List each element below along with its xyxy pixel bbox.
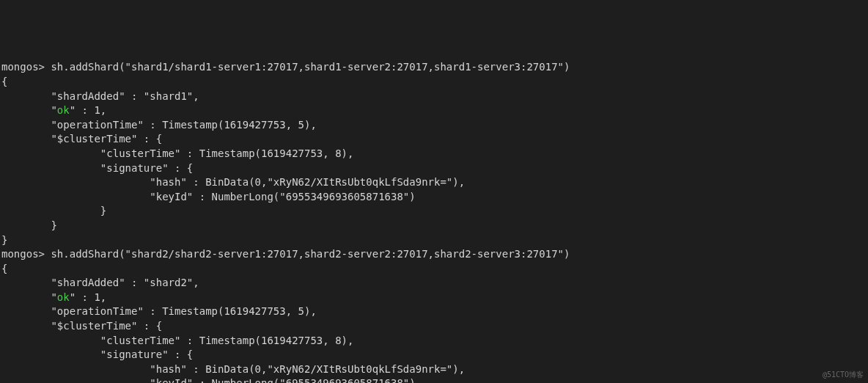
- terminal-line: "signature" : {: [1, 161, 867, 176]
- terminal-line: "signature" : {: [1, 348, 867, 362]
- terminal-line: mongos> sh.addShard("shard1/shard1-serve…: [1, 60, 867, 75]
- terminal-line: "keyId" : NumberLong("695534969360587163…: [1, 376, 867, 383]
- terminal-line: {: [1, 262, 867, 277]
- ok-key: ok: [57, 104, 70, 116]
- terminal-line: "shardAdded" : "shard1",: [1, 90, 867, 104]
- line-prefix: ": [1, 291, 57, 303]
- line-suffix: " : 1,: [70, 104, 107, 116]
- terminal-line: "operationTime" : Timestamp(1619427753, …: [1, 304, 867, 319]
- terminal-line: }: [1, 233, 867, 248]
- terminal-line: }: [1, 204, 867, 219]
- terminal-line: {: [1, 75, 867, 90]
- terminal-output[interactable]: mongos> sh.addShard("shard1/shard1-serve…: [0, 57, 868, 383]
- terminal-line: "clusterTime" : Timestamp(1619427753, 8)…: [1, 147, 867, 161]
- terminal-line: mongos> sh.addShard("shard2/shard2-serve…: [1, 247, 867, 262]
- terminal-line: "clusterTime" : Timestamp(1619427753, 8)…: [1, 334, 867, 349]
- terminal-line: "ok" : 1,: [1, 291, 867, 305]
- terminal-line: }: [1, 219, 867, 233]
- terminal-line: "keyId" : NumberLong("695534969360587163…: [1, 190, 867, 205]
- terminal-line: "$clusterTime" : {: [1, 132, 867, 147]
- line-suffix: " : 1,: [70, 291, 107, 303]
- terminal-line: "operationTime" : Timestamp(1619427753, …: [1, 118, 867, 133]
- terminal-line: "shardAdded" : "shard2",: [1, 276, 867, 291]
- line-prefix: ": [1, 104, 57, 116]
- watermark: @51CTO博客: [823, 370, 864, 380]
- ok-key: ok: [57, 291, 70, 303]
- terminal-line: "$clusterTime" : {: [1, 319, 867, 334]
- terminal-line: "hash" : BinData(0,"xRyN62/XItRsUbt0qkLf…: [1, 175, 867, 190]
- terminal-line: "hash" : BinData(0,"xRyN62/XItRsUbt0qkLf…: [1, 362, 867, 377]
- terminal-line: "ok" : 1,: [1, 103, 867, 118]
